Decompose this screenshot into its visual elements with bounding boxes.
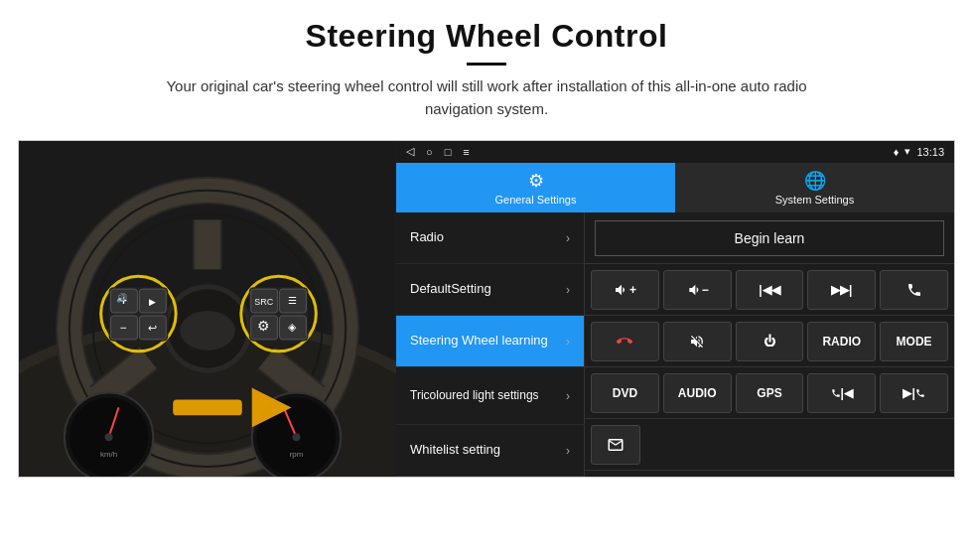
- svg-text:−: −: [120, 321, 127, 335]
- status-bar-nav: ◁ ○ □ ≡: [406, 145, 470, 158]
- svg-point-40: [105, 433, 113, 441]
- svg-text:⚙: ⚙: [257, 318, 270, 334]
- page-subtitle: Your original car's steering wheel contr…: [139, 75, 834, 120]
- phone-next-button[interactable]: ▶|: [880, 373, 948, 413]
- next-track-button[interactable]: ▶▶|: [807, 270, 876, 310]
- nav-home-icon[interactable]: ○: [426, 146, 433, 158]
- mute-button[interactable]: [663, 322, 732, 361]
- control-row-3: DVD AUDIO GPS |◀ ▶|: [585, 367, 954, 419]
- system-settings-icon: 🌐: [804, 170, 826, 192]
- nav-back-icon[interactable]: ◁: [406, 145, 414, 158]
- page-header: Steering Wheel Control Your original car…: [0, 0, 973, 128]
- time-display: 13:13: [916, 146, 944, 158]
- control-row-4: [585, 419, 954, 471]
- menu-item-steering[interactable]: Steering Wheel learning ›: [396, 316, 584, 367]
- menu-item-whitelist[interactable]: Whitelist setting ›: [396, 425, 584, 477]
- phone-prev-button[interactable]: |◀: [807, 373, 876, 413]
- control-row-1: + − |◀◀ ▶▶|: [585, 264, 954, 316]
- tab-general[interactable]: ⚙ General Settings: [396, 163, 675, 212]
- mode-button[interactable]: MODE: [880, 322, 948, 361]
- page-title: Steering Wheel Control: [20, 18, 953, 55]
- prev-track-button[interactable]: |◀◀: [736, 270, 804, 310]
- status-bar-info: ♦ ▾ 13:13: [894, 145, 944, 158]
- left-menu: Radio › DefaultSetting › Steering Wheel …: [396, 212, 585, 477]
- svg-point-15: [180, 311, 235, 350]
- svg-text:🔊: 🔊: [116, 292, 128, 304]
- menu-item-tricoloured[interactable]: Tricoloured light settings ›: [396, 367, 584, 425]
- svg-text:km/h: km/h: [100, 450, 117, 459]
- tab-general-label: General Settings: [495, 194, 577, 206]
- power-button[interactable]: ⏻: [736, 322, 804, 361]
- begin-learn-button[interactable]: Begin learn: [595, 220, 944, 256]
- right-panel: Begin learn + − |◀◀ ▶▶|: [585, 212, 954, 477]
- svg-text:◈: ◈: [288, 321, 297, 333]
- menu-default-arrow: ›: [566, 283, 570, 297]
- dvd-button[interactable]: DVD: [591, 373, 659, 413]
- android-ui: ◁ ○ □ ≡ ♦ ▾ 13:13 ⚙ General Settings 🌐 S…: [396, 141, 954, 477]
- vol-up-button[interactable]: +: [591, 270, 659, 310]
- svg-text:▶: ▶: [149, 297, 156, 307]
- svg-text:rpm: rpm: [290, 450, 304, 459]
- status-bar: ◁ ○ □ ≡ ♦ ▾ 13:13: [396, 141, 954, 163]
- steering-wheel-panel: + 🔊 − ▶ ↩ SRC ⚙ ☰: [19, 141, 396, 477]
- begin-learn-row: Begin learn: [585, 212, 954, 264]
- tab-bar: ⚙ General Settings 🌐 System Settings: [396, 163, 954, 212]
- main-content: + 🔊 − ▶ ↩ SRC ⚙ ☰: [18, 140, 955, 478]
- location-icon: ♦: [894, 146, 900, 158]
- radio-mode-button[interactable]: RADIO: [807, 322, 876, 361]
- svg-text:☰: ☰: [288, 295, 297, 306]
- menu-item-default[interactable]: DefaultSetting ›: [396, 264, 584, 316]
- tab-system-label: System Settings: [775, 194, 854, 206]
- vol-down-button[interactable]: −: [663, 270, 732, 310]
- svg-point-45: [292, 433, 300, 441]
- svg-rect-47: [173, 399, 242, 415]
- svg-text:SRC: SRC: [254, 297, 273, 307]
- menu-item-radio[interactable]: Radio ›: [396, 212, 584, 264]
- menu-steering-label: Steering Wheel learning: [410, 333, 548, 350]
- phone-answer-button[interactable]: [880, 270, 948, 310]
- audio-button[interactable]: AUDIO: [663, 373, 732, 413]
- gps-button[interactable]: GPS: [736, 373, 804, 413]
- phone-hangup-button[interactable]: [591, 322, 659, 361]
- svg-text:↩: ↩: [148, 322, 157, 334]
- general-settings-icon: ⚙: [528, 170, 544, 192]
- menu-radio-label: Radio: [410, 229, 444, 246]
- nav-menu-icon[interactable]: ≡: [463, 146, 469, 158]
- page-divider: [467, 63, 506, 66]
- tab-system[interactable]: 🌐 System Settings: [675, 163, 954, 212]
- menu-whitelist-arrow: ›: [566, 444, 570, 458]
- menu-tricoloured-label: Tricoloured light settings: [410, 388, 539, 404]
- content-area: Radio › DefaultSetting › Steering Wheel …: [396, 212, 954, 477]
- nav-recent-icon[interactable]: □: [445, 146, 452, 158]
- menu-whitelist-label: Whitelist setting: [410, 442, 500, 459]
- whitelist-icon-button[interactable]: [591, 425, 640, 465]
- wifi-icon: ▾: [904, 145, 910, 158]
- menu-radio-arrow: ›: [566, 231, 570, 245]
- menu-tricoloured-arrow: ›: [566, 389, 570, 403]
- menu-default-label: DefaultSetting: [410, 281, 491, 298]
- control-row-2: ⏻ RADIO MODE: [585, 316, 954, 367]
- menu-steering-arrow: ›: [566, 335, 570, 349]
